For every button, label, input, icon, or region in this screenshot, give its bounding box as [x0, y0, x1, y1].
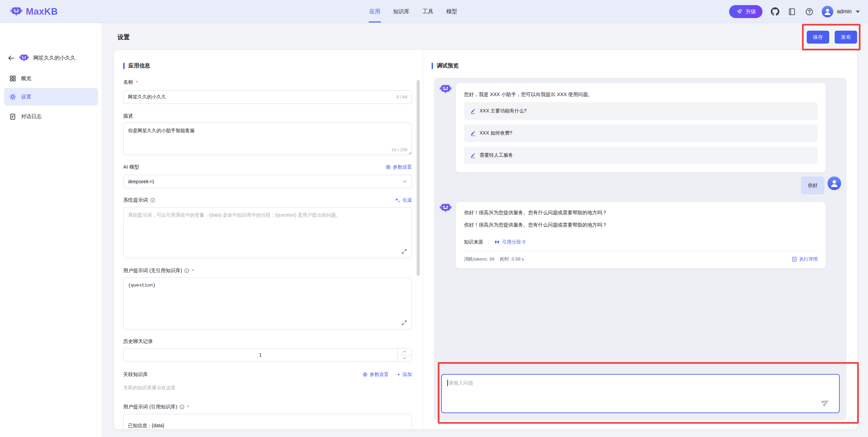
edit-icon [470, 153, 476, 158]
kb-add-link[interactable]: + 添加 [397, 372, 412, 378]
docs-icon[interactable] [788, 7, 797, 16]
page-title: 设置 [117, 33, 130, 41]
ai-avatar [439, 83, 452, 95]
name-input[interactable]: 网笙久久的小久久 8 / 64 [123, 90, 412, 104]
form-scrollbar[interactable] [417, 80, 420, 276]
history-label: 历史聊天记录 [123, 338, 153, 345]
user-prompt-textarea[interactable]: {question} [123, 278, 412, 329]
app-name: 网笙久久的小久久 [33, 54, 76, 62]
info-icon[interactable] [184, 268, 189, 273]
user-prompt-kb-label: 用户提示词 (引用知识库) [123, 404, 177, 410]
resize-handle-icon[interactable] [407, 151, 411, 154]
publish-button[interactable]: 发布 [835, 31, 857, 44]
system-prompt-textarea[interactable]: 系统提示词，可以引用系统中的变量：{data} 是命中知识库中的分段；{ques… [123, 207, 412, 258]
kb-empty-text: 关联的知识库展示在这里 [123, 385, 176, 391]
sidebar-item-chat-logs[interactable]: 对话日志 [4, 108, 98, 125]
github-icon[interactable] [771, 7, 779, 16]
system-prompt-label: 系统提示词 [123, 197, 148, 203]
user-prompt-kb-row: 用户提示词 (引用知识库) * [123, 404, 412, 410]
nav-item-apps[interactable]: 应用 [369, 0, 380, 23]
name-label: 名称 [123, 79, 133, 85]
info-icon[interactable] [150, 198, 155, 203]
kb-params-link[interactable]: 参数设置 [363, 372, 389, 378]
nav-item-tools[interactable]: 工具 [422, 0, 433, 23]
ai-greeting-card: 您好，我是 XXX 小助手，您可以向我提出 XXX 使用问题。 XXX 主要功能… [456, 83, 826, 172]
user-avatar [827, 176, 841, 190]
user-prompt-row: 用户提示词 (无引用知识库) * [123, 267, 412, 274]
input-placeholder: 请输入问题 [449, 380, 473, 386]
expand-icon[interactable] [401, 249, 407, 254]
plus-icon: + [397, 372, 400, 377]
main-content-card: 应用信息 名称* 网笙久久的小久久 8 / 64 描述 你是网笙久久的小助手智能… [114, 50, 857, 429]
top-navbar: MaxKB 应用 知识库 工具 模型 升级 admin [0, 0, 868, 23]
quote-icon [494, 239, 500, 245]
app-info-section-header: 应用信息 [123, 62, 150, 69]
answer-text: 你好！很高兴为您提供服务。您有什么问题或需要帮助的地方吗？ [456, 209, 826, 216]
stepper-down-button[interactable] [398, 355, 412, 362]
back-arrow-icon[interactable] [7, 54, 15, 62]
execution-detail-link[interactable]: 执行详情 [792, 256, 818, 262]
description-textarea[interactable]: 你是网笙久久的小助手智能客服 14 / 256 [123, 123, 412, 155]
info-icon[interactable] [179, 404, 184, 409]
history-row: 历史聊天记录 [123, 338, 412, 345]
app-icon [19, 53, 29, 63]
sidebar-item-settings[interactable]: 设置 [4, 88, 98, 106]
document-icon [792, 256, 797, 262]
name-counter: 8 / 64 [396, 94, 407, 99]
suggestion-item[interactable]: XXX 主要功能有什么? [464, 102, 818, 120]
system-prompt-row: 系统提示词 生成 [123, 197, 412, 203]
suggestion-item[interactable]: XXX 如何收费? [464, 124, 818, 142]
stepper-up-button[interactable] [398, 348, 412, 355]
help-icon[interactable] [805, 7, 814, 16]
brand-name: MaxKB [26, 6, 58, 17]
tokens-text: 消耗tokens: 39 [464, 256, 494, 262]
ai-message-row: 你好！很高兴为您提供服务。您有什么问题或需要帮助的地方吗？ 你好！很高兴为您提供… [434, 202, 847, 268]
rocket-icon [736, 9, 742, 15]
brand[interactable]: MaxKB [10, 0, 58, 23]
edit-icon [470, 130, 476, 136]
user-message-row: 你好 [439, 176, 841, 194]
preview-section-header: 调试预览 [432, 62, 459, 69]
account-menu[interactable]: admin [822, 6, 860, 17]
maxkb-logo-icon [10, 5, 22, 18]
ai-avatar [439, 202, 452, 214]
user-prompt-kb-textarea[interactable]: 已知信息：{data} [123, 414, 412, 429]
ai-answer-card: 你好！很高兴为您提供服务。您有什么问题或需要帮助的地方吗？ 你好！很高兴为您提供… [456, 202, 826, 268]
question-input[interactable]: 请输入问题 [441, 374, 840, 413]
sidebar-item-overview[interactable]: 概览 [4, 70, 98, 87]
sparkle-icon [395, 198, 400, 203]
preview-title: 调试预览 [437, 62, 459, 69]
expand-icon[interactable] [401, 320, 407, 326]
send-icon[interactable] [821, 397, 830, 407]
answer-text: 你好！很高兴为您提供服务。您有什么问题或需要帮助的地方吗？ [456, 221, 826, 229]
text-cursor [447, 380, 448, 386]
username: admin [837, 9, 852, 15]
model-select[interactable]: deepseek-r1 [123, 175, 412, 188]
suggestion-item[interactable]: 需要转人工服务 [464, 146, 818, 164]
main-nav: 应用 知识库 工具 模型 [369, 0, 457, 23]
upgrade-button[interactable]: 升级 [729, 5, 762, 18]
user-prompt-label: 用户提示词 (无引用知识库) [123, 267, 182, 274]
nav-item-knowledge[interactable]: 知识库 [393, 0, 409, 23]
citation-link[interactable]: 引用分段 0 [494, 239, 525, 245]
gear-icon [363, 372, 368, 377]
chevron-down-icon [856, 11, 860, 13]
navbar-right: 升级 admin [729, 0, 860, 23]
history-number-input[interactable]: 1 [123, 348, 412, 362]
left-sidebar: 网笙久久的小久久 概览 设置 对话日志 [0, 23, 102, 437]
app-info-title: 应用信息 [128, 62, 150, 69]
model-row: AI 模型 参数设置 [123, 164, 412, 170]
time-text: 耗时: 0.59 s [500, 256, 524, 262]
active-tab-underline [369, 21, 381, 22]
generate-link[interactable]: 生成 [395, 197, 412, 203]
app-header: 网笙久久的小久久 [7, 53, 76, 63]
save-button[interactable]: 保存 [807, 31, 829, 44]
greeting-text: 您好，我是 XXX 小助手，您可以向我提出 XXX 使用问题。 [456, 83, 826, 98]
ai-message-row: 您好，我是 XXX 小助手，您可以向我提出 XXX 使用问题。 XXX 主要功能… [434, 78, 847, 172]
chevron-down-icon [402, 179, 407, 184]
model-params-link[interactable]: 参数设置 [386, 164, 412, 170]
grid-icon [10, 75, 16, 82]
kb-row: 关联知识库 参数设置 + 添加 [123, 371, 412, 378]
chat-preview-area: 您好，我是 XXX 小助手，您可以向我提出 XXX 使用问题。 XXX 主要功能… [434, 78, 847, 421]
nav-item-models[interactable]: 模型 [446, 0, 457, 23]
